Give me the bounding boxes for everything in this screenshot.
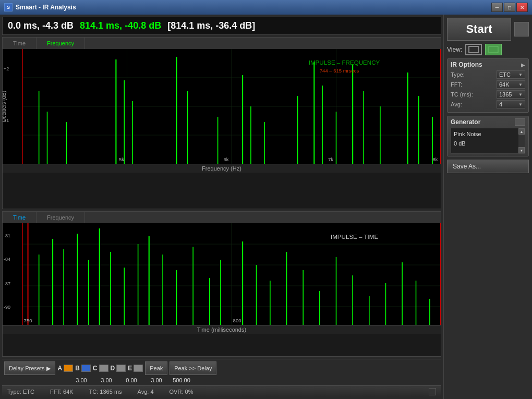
svg-rect-77	[489, 46, 498, 53]
secondary-measurement: 814.1 ms, -40.8 dB	[80, 20, 161, 31]
fft-dropdown[interactable]: 64K ▼	[497, 80, 525, 89]
fft-value: 64K	[499, 81, 510, 88]
right-panel: Start View: IR Options ▶	[443, 15, 532, 399]
minimize-button[interactable]: ─	[491, 3, 503, 12]
preset-color-a[interactable]	[64, 365, 73, 372]
noise-type: Pink Noise	[454, 130, 522, 139]
bracket-measurement: [814.1 ms, -36.4 dB]	[167, 20, 255, 31]
main-area: 0.0 ms, -4.3 dB 814.1 ms, -40.8 dB [814.…	[0, 15, 532, 399]
generator-scroll[interactable]: Pink Noise 0 dB ▲ ▼	[451, 128, 525, 154]
type-label: Type:	[451, 71, 465, 78]
fft-option-row: FFT: 64K ▼	[451, 80, 525, 89]
avg-dropdown-arrow: ▼	[518, 102, 523, 107]
tc-dropdown-arrow: ▼	[518, 92, 523, 97]
value-e: 500.00	[170, 377, 193, 383]
preset-label-c: C	[93, 365, 98, 372]
header-display: 0.0 ms, -4.3 dB 814.1 ms, -40.8 dB [814.…	[2, 17, 441, 35]
preset-color-e[interactable]	[134, 365, 143, 372]
freq-tab-time[interactable]: Time	[3, 38, 37, 49]
preset-group-a: A	[57, 365, 73, 372]
bottom-controls: Delay Presets ▶ A B C	[2, 359, 441, 385]
filled-view-icon	[488, 46, 499, 53]
avg-label: Avg:	[451, 101, 462, 107]
tc-value: 1365	[499, 91, 512, 98]
svg-text:IMPULSE – TIME: IMPULSE – TIME	[331, 234, 379, 240]
status-avg: Avg: 4	[138, 389, 154, 395]
freq-chart-tabs: Time Frequency	[3, 38, 441, 49]
time-tab-time[interactable]: Time	[3, 212, 37, 223]
type-value: ETC	[499, 71, 511, 78]
preset-group-e: E	[128, 365, 143, 372]
view-outline-button[interactable]	[465, 44, 482, 55]
view-filled-button[interactable]	[485, 44, 502, 55]
generator-content: Pink Noise 0 dB	[451, 128, 525, 150]
preset-color-d[interactable]	[116, 365, 126, 372]
ir-options-arrow-icon[interactable]: ▶	[521, 62, 525, 68]
generator-toggle[interactable]	[515, 118, 525, 126]
statusbar: Type: ETC FFT: 64K TC: 1365 ms Avg: 4 OV…	[2, 385, 441, 397]
outline-view-icon	[468, 46, 479, 53]
preset-label-e: E	[128, 365, 132, 372]
time-chart-area[interactable]: -81 -84 -87 -90 ETC (dB)	[3, 223, 441, 325]
preset-group-d: D	[111, 365, 126, 372]
preset-label-b: B	[75, 365, 80, 372]
freq-y-axis-label: Decibels (dB)	[3, 91, 7, 122]
time-tab-frequency[interactable]: Frequency	[37, 212, 85, 223]
preset-row: Delay Presets ▶ A B C	[4, 361, 439, 375]
svg-text:6k: 6k	[223, 157, 228, 162]
preset-label-d: D	[111, 365, 115, 372]
ir-options-header: IR Options ▶	[451, 61, 525, 68]
tc-option-row: TC (ms): 1365 ▼	[451, 90, 525, 99]
type-dropdown[interactable]: ETC ▼	[497, 70, 525, 79]
left-panel: 0.0 ms, -4.3 dB 814.1 ms, -40.8 dB [814.…	[0, 15, 443, 399]
save-as-button[interactable]: Save As...	[447, 160, 529, 173]
preset-label-a: A	[57, 365, 62, 372]
window-title: Smaart - IR Analysis	[16, 4, 76, 11]
titlebar-left: S Smaart - IR Analysis	[4, 3, 76, 11]
preset-color-c[interactable]	[99, 365, 108, 372]
generator-scrollbar: ▲ ▼	[518, 128, 525, 153]
generator-header: Generator	[451, 118, 525, 126]
time-chart-tabs: Time Frequency	[3, 212, 441, 223]
start-button[interactable]: Start	[447, 18, 511, 41]
peak-delay-button[interactable]: Peak >> Delay	[170, 361, 216, 375]
preset-color-b[interactable]	[81, 365, 91, 372]
status-fft: FFT: 64K	[50, 389, 74, 395]
svg-text:8k: 8k	[432, 157, 438, 162]
avg-value: 4	[499, 101, 502, 107]
preset-group-b: B	[75, 365, 91, 372]
tc-dropdown[interactable]: 1365 ▼	[497, 90, 525, 99]
tc-label: TC (ms):	[451, 91, 473, 98]
peak-button[interactable]: Peak	[145, 361, 167, 375]
app-icon: S	[4, 3, 13, 11]
avg-dropdown[interactable]: 4 ▼	[497, 100, 525, 108]
delay-presets-button[interactable]: Delay Presets ▶	[4, 361, 55, 375]
frequency-chart-area[interactable]: +2 +1 Decibels (dB)	[3, 49, 441, 164]
freq-tab-frequency[interactable]: Frequency	[37, 38, 85, 49]
type-option-row: Type: ETC ▼	[451, 70, 525, 79]
avg-option-row: Avg: 4 ▼	[451, 100, 525, 108]
time-chart-wrapper: Time Frequency -81 -84 -87 -90 ETC (dB)	[2, 211, 441, 357]
primary-measurement: 0.0 ms, -4.3 dB	[8, 20, 74, 31]
status-tc: TC: 1365 ms	[89, 389, 122, 395]
svg-text:5k: 5k	[119, 157, 124, 162]
svg-rect-76	[469, 46, 478, 53]
generator-section: Generator Pink Noise 0 dB ▲ ▼	[447, 116, 529, 156]
scroll-down-button[interactable]: ▼	[518, 147, 525, 153]
close-button[interactable]: ✕	[516, 3, 528, 12]
arrow-icon: ▶	[46, 365, 51, 372]
preset-group-c: C	[93, 365, 108, 372]
scroll-up-button[interactable]: ▲	[518, 128, 525, 135]
status-ovr: OVR: 0%	[170, 389, 194, 395]
svg-text:750: 750	[24, 318, 32, 323]
time-chart-svg: IMPULSE – TIME 750 800	[22, 223, 441, 325]
ir-options-section: IR Options ▶ Type: ETC ▼ FFT: 64K ▼ TC (…	[447, 58, 529, 113]
frequency-chart-wrapper: Time Frequency +2 +1 Decibels (dB)	[2, 37, 441, 209]
noise-level: 0 dB	[454, 139, 522, 149]
values-row: 3.00 3.00 0.00 3.00 500.00	[4, 377, 439, 383]
ir-options-title: IR Options	[451, 61, 482, 68]
maximize-button[interactable]: □	[504, 3, 515, 12]
svg-text:744 – 615 mrsecs: 744 – 615 mrsecs	[320, 68, 359, 74]
stop-button[interactable]	[514, 22, 529, 37]
value-c: 0.00	[120, 377, 143, 383]
